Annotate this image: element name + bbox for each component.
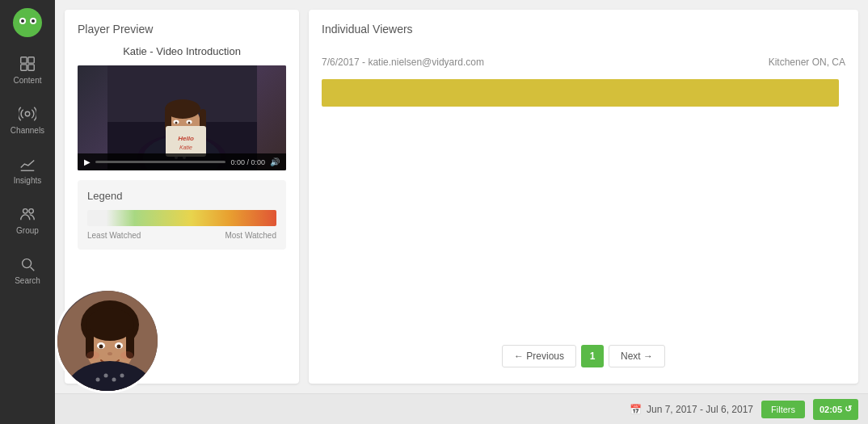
insights-icon — [19, 155, 36, 173]
pagination: ← Previous 1 Next → — [322, 335, 845, 371]
individual-viewers-title: Individual Viewers — [322, 23, 413, 36]
filters-button[interactable]: Filters — [761, 401, 805, 418]
svg-rect-3 — [28, 64, 34, 69]
content-icon — [19, 55, 36, 73]
reload-icon: ↺ — [845, 404, 852, 414]
svg-point-6 — [23, 208, 28, 213]
video-thumbnail[interactable]: Hello Katie ▶ 0:00 / 0:00 🔊 — [78, 65, 286, 170]
next-label: Next → — [621, 351, 653, 362]
most-watched-label: Most Watched — [225, 231, 276, 240]
video-title: Katie - Video Introduction — [78, 45, 286, 57]
progress-bar[interactable] — [95, 161, 225, 163]
svg-point-41 — [99, 345, 103, 349]
date-range: 📅 Jun 7, 2017 - Jul 6, 2017 — [630, 404, 753, 415]
legend-labels: Least Watched Most Watched — [87, 231, 276, 240]
svg-point-43 — [107, 352, 112, 355]
svg-point-8 — [23, 258, 32, 267]
viewer-date-email: 7/6/2017 - katie.nielsen@vidyard.com — [322, 57, 484, 68]
logo-eye-left — [19, 18, 26, 24]
viewer-watch-bar — [322, 79, 839, 107]
svg-point-42 — [117, 345, 121, 349]
viewer-header: Individual Viewers — [322, 23, 845, 45]
sidebar-item-channels[interactable]: Channels — [0, 94, 55, 145]
search-icon — [19, 255, 36, 273]
svg-point-47 — [96, 378, 100, 382]
svg-point-26 — [175, 122, 177, 124]
svg-point-45 — [120, 351, 133, 359]
svg-rect-1 — [28, 57, 34, 62]
individual-viewers-panel: Individual Viewers 7/6/2017 - katie.niel… — [309, 10, 858, 384]
legend-title: Legend — [87, 190, 276, 202]
viewer-bar-row — [322, 79, 845, 107]
svg-point-27 — [188, 122, 190, 124]
avatar-overlay — [55, 288, 160, 393]
svg-rect-0 — [21, 57, 27, 62]
least-watched-label: Least Watched — [87, 231, 141, 240]
reload-button[interactable]: 02:05 ↺ — [813, 399, 858, 420]
play-button[interactable]: ▶ — [84, 157, 91, 166]
sidebar-item-group-label: Group — [16, 226, 39, 235]
logo-eye-right — [30, 18, 36, 24]
filters-label: Filters — [771, 405, 795, 414]
calendar-icon: 📅 — [630, 404, 642, 415]
logo-eyes — [19, 18, 36, 24]
logo[interactable] — [0, 0, 55, 44]
svg-point-7 — [29, 208, 34, 213]
sidebar-item-content-label: Content — [13, 76, 41, 85]
viewers-content — [322, 79, 845, 335]
svg-point-4 — [25, 111, 30, 116]
logo-circle — [13, 8, 42, 37]
svg-text:Hello: Hello — [178, 135, 194, 142]
svg-line-9 — [31, 267, 35, 271]
reload-time: 02:05 — [820, 405, 842, 414]
svg-text:Katie: Katie — [179, 145, 192, 150]
video-controls[interactable]: ▶ 0:00 / 0:00 🔊 — [78, 153, 286, 170]
viewer-location: Kitchener ON, CA — [769, 57, 845, 68]
sidebar-item-content[interactable]: Content — [0, 44, 55, 94]
svg-point-50 — [120, 374, 124, 378]
sidebar-item-search[interactable]: Search — [0, 245, 55, 295]
sidebar-item-channels-label: Channels — [11, 126, 44, 135]
previous-label: ← Previous — [514, 351, 564, 362]
svg-point-49 — [112, 378, 116, 382]
sidebar-item-search-label: Search — [15, 276, 40, 285]
bottom-bar: 📅 Jun 7, 2017 - Jul 6, 2017 Filters 02:0… — [55, 393, 868, 424]
page-number[interactable]: 1 — [581, 345, 604, 367]
panels-row: Player Preview Katie - Video Introductio… — [55, 0, 868, 393]
legend-bar — [87, 210, 276, 226]
sidebar: Content Channels Insights Group Search — [0, 0, 55, 424]
volume-icon[interactable]: 🔊 — [270, 157, 280, 166]
legend-panel: Legend Least Watched Most Watched — [78, 180, 286, 250]
avatar-illustration — [57, 291, 158, 391]
svg-rect-2 — [21, 64, 27, 69]
date-range-text: Jun 7, 2017 - Jul 6, 2017 — [647, 404, 753, 415]
previous-button[interactable]: ← Previous — [502, 345, 576, 367]
sidebar-item-insights-label: Insights — [14, 176, 41, 185]
sidebar-item-insights[interactable]: Insights — [0, 145, 55, 195]
group-icon — [19, 205, 36, 223]
svg-point-48 — [104, 374, 108, 378]
next-button[interactable]: Next → — [609, 345, 665, 367]
time-display: 0:00 / 0:00 — [230, 158, 265, 166]
main-content: Player Preview Katie - Video Introductio… — [55, 0, 868, 424]
viewer-info-row: 7/6/2017 - katie.nielsen@vidyard.com Kit… — [322, 57, 845, 68]
channels-icon — [19, 105, 36, 123]
player-preview-title: Player Preview — [78, 23, 286, 36]
svg-point-44 — [86, 351, 99, 359]
sidebar-item-group[interactable]: Group — [0, 195, 55, 245]
avatar-face — [57, 291, 158, 391]
